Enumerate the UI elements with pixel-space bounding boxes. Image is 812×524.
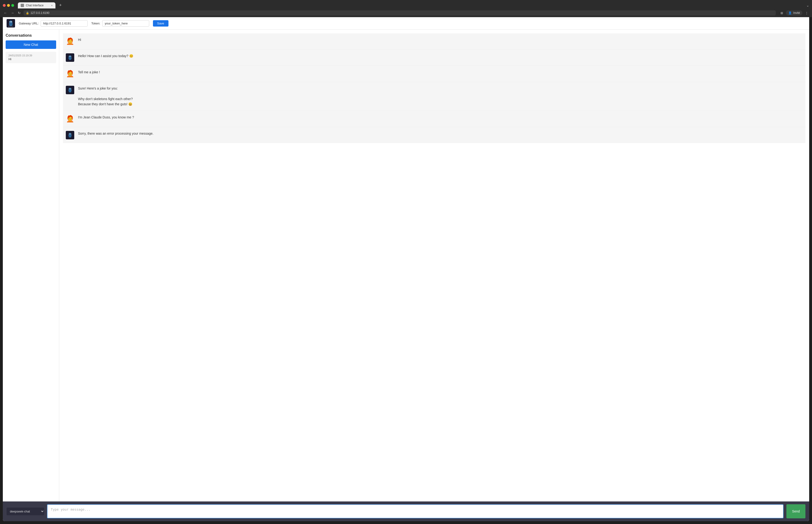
message-row: 🧑‍🦰 I'm Jean Claude Duss, you know me ? xyxy=(63,111,806,127)
invite-label: Invité xyxy=(793,11,800,15)
conversation-date: 24/01/2025 15:19:39 xyxy=(9,54,53,57)
message-content: I'm Jean Claude Duss, you know me ? xyxy=(78,115,802,120)
user-avatar-icon: 🧑‍🦰 xyxy=(66,116,74,122)
conversation-preview: Hi xyxy=(9,58,53,61)
svg-point-27 xyxy=(70,133,71,134)
main-content: Conversations New Chat 24/01/2025 15:19:… xyxy=(3,30,809,502)
forward-button[interactable]: → xyxy=(10,10,15,16)
message-content: Tell me a joke ! xyxy=(78,69,802,75)
app-window: BURGONET Gateway URL: Token: Save Conver… xyxy=(3,17,809,521)
message-row: 🧑‍🦰 Hi xyxy=(63,33,806,50)
message-text: Hi xyxy=(78,38,81,42)
svg-point-20 xyxy=(70,88,71,89)
app-header: BURGONET Gateway URL: Token: Save xyxy=(3,17,809,30)
token-label: Token: xyxy=(92,22,100,25)
app-logo: BURGONET xyxy=(6,19,15,28)
svg-rect-28 xyxy=(68,135,69,136)
message-content: Hi xyxy=(78,37,802,42)
message-row: Hello! How can I assist you today? 😊 xyxy=(63,50,806,66)
browser-chrome: Chat Interface × + ⌄ ← → ↻ 🔒 127.0.0.1:6… xyxy=(0,0,812,17)
bot-logo-icon xyxy=(67,54,73,61)
svg-point-0 xyxy=(21,4,23,6)
menu-button[interactable]: ⋮ xyxy=(804,10,809,16)
invite-icon: 👤 xyxy=(788,11,792,15)
svg-point-10 xyxy=(69,55,71,59)
bot-logo-icon xyxy=(67,87,73,93)
url-bar[interactable]: 🔒 127.0.0.1:6190 xyxy=(23,10,776,16)
svg-rect-22 xyxy=(71,90,72,91)
translate-button[interactable]: ⊞ xyxy=(780,10,784,16)
svg-rect-21 xyxy=(68,90,69,91)
message-text: Hello! How can I assist you today? 😊 xyxy=(78,54,133,58)
message-text: Tell me a joke ! xyxy=(78,70,100,74)
gateway-label: Gateway URL: xyxy=(19,22,39,25)
svg-rect-25 xyxy=(69,135,71,137)
message-row: 🧑‍🦰 Tell me a joke ! xyxy=(63,66,806,82)
url-text: 127.0.0.1:6190 xyxy=(31,11,49,15)
svg-point-24 xyxy=(69,133,71,136)
message-content: Sure! Here's a joke for you: Why don't s… xyxy=(78,86,802,107)
svg-point-2 xyxy=(9,20,13,24)
svg-rect-6 xyxy=(9,23,10,25)
save-button[interactable]: Save xyxy=(153,20,168,27)
user-avatar-icon: 🧑‍🦰 xyxy=(66,38,74,45)
svg-point-26 xyxy=(69,133,70,134)
reload-button[interactable]: ↻ xyxy=(17,10,22,16)
chat-area: 🧑‍🦰 Hi xyxy=(59,30,809,502)
bottom-bar: deepseek-chat Send xyxy=(3,502,809,521)
sidebar-title: Conversations xyxy=(6,33,56,37)
messages-container: 🧑‍🦰 Hi xyxy=(59,30,809,502)
browser-actions: ⊞ 👤 Invité ⋮ xyxy=(780,10,809,16)
message-content: Sorry, there was an error processing you… xyxy=(78,131,802,136)
url-lock-icon: 🔒 xyxy=(26,12,29,15)
message-text-line1: Sure! Here's a joke for you: xyxy=(78,86,118,90)
svg-point-17 xyxy=(69,88,71,91)
message-row: Sure! Here's a joke for you: Why don't s… xyxy=(63,82,806,111)
conversation-item[interactable]: 24/01/2025 15:19:39 Hi xyxy=(6,52,56,63)
svg-point-19 xyxy=(69,88,70,89)
svg-text:BURGONET: BURGONET xyxy=(8,26,14,27)
avatar: 🧑‍🦰 xyxy=(66,69,74,78)
new-chat-button[interactable]: New Chat xyxy=(6,40,56,49)
svg-rect-14 xyxy=(68,58,69,59)
message-text-line3: Because they don't have the guts! 😀 xyxy=(78,102,132,106)
traffic-light-minimize[interactable] xyxy=(7,4,10,7)
traffic-light-close[interactable] xyxy=(3,4,6,7)
send-button[interactable]: Send xyxy=(786,504,806,518)
sidebar: Conversations New Chat 24/01/2025 15:19:… xyxy=(3,30,59,502)
traffic-lights xyxy=(3,4,14,7)
avatar: 🧑‍🦰 xyxy=(66,115,74,123)
message-text: Sorry, there was an error processing you… xyxy=(78,132,153,135)
back-button[interactable]: ← xyxy=(3,10,8,16)
message-text-line2: Why don't skeletons fight each other? xyxy=(78,97,133,101)
bot-logo-icon xyxy=(67,132,73,138)
avatar xyxy=(66,86,74,94)
svg-point-5 xyxy=(11,21,12,22)
message-text: I'm Jean Claude Duss, you know me ? xyxy=(78,115,134,119)
svg-point-12 xyxy=(69,56,70,57)
svg-rect-18 xyxy=(69,91,71,92)
traffic-light-maximize[interactable] xyxy=(11,4,14,7)
active-tab[interactable]: Chat Interface × xyxy=(18,2,55,9)
message-input[interactable] xyxy=(47,504,783,518)
token-field: Token: xyxy=(92,20,149,27)
svg-point-13 xyxy=(70,56,71,57)
model-select[interactable]: deepseek-chat xyxy=(6,508,44,515)
svg-rect-11 xyxy=(69,58,71,60)
avatar xyxy=(66,53,74,62)
invite-button[interactable]: 👤 Invité xyxy=(786,10,802,16)
message-row: Sorry, there was an error processing you… xyxy=(63,127,806,143)
avatar: 🧑‍🦰 xyxy=(66,37,74,46)
message-content: Hello! How can I assist you today? 😊 xyxy=(78,53,802,59)
address-bar: ← → ↻ 🔒 127.0.0.1:6190 ⊞ 👤 Invité ⋮ xyxy=(0,9,812,17)
token-input[interactable] xyxy=(102,20,149,27)
tab-bar: Chat Interface × + ⌄ xyxy=(0,0,812,9)
svg-rect-29 xyxy=(71,135,72,136)
new-tab-button[interactable]: + xyxy=(57,2,64,9)
svg-rect-15 xyxy=(71,58,72,59)
svg-point-4 xyxy=(10,21,11,22)
tab-close-button[interactable]: × xyxy=(51,4,53,7)
avatar xyxy=(66,131,74,140)
tab-favicon xyxy=(21,4,24,7)
gateway-input[interactable] xyxy=(40,20,88,27)
